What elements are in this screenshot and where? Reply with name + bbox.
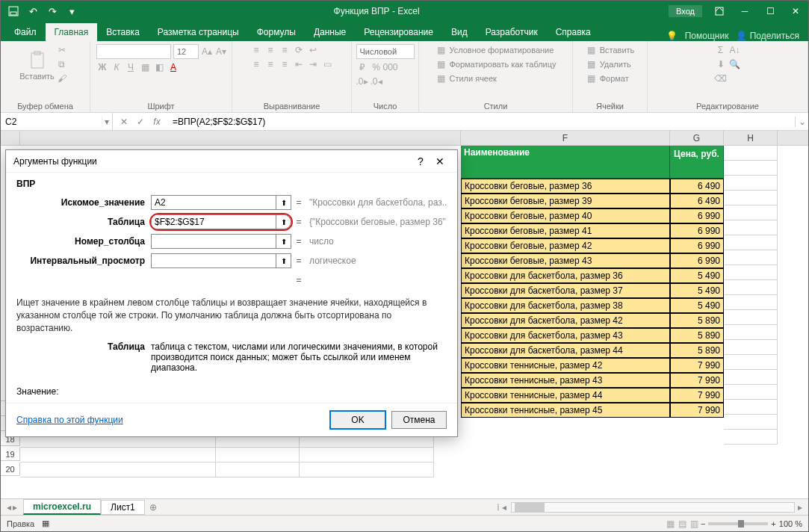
horizontal-scrollbar[interactable] xyxy=(511,502,795,513)
maximize-icon[interactable]: ☐ xyxy=(757,1,783,22)
arg-range-input[interactable] xyxy=(152,254,276,267)
align-mid-icon[interactable]: ≡ xyxy=(264,44,276,56)
redo-icon[interactable]: ↷ xyxy=(44,3,61,19)
cell-blank[interactable] xyxy=(20,448,216,463)
number-format[interactable]: Числовой xyxy=(356,44,415,59)
name-box-input[interactable] xyxy=(1,117,102,127)
cell-blank[interactable] xyxy=(724,146,778,161)
zoom-in-icon[interactable]: + xyxy=(771,519,775,528)
tab-review[interactable]: Рецензирование xyxy=(355,23,442,41)
tab-file[interactable]: Файл xyxy=(5,23,46,41)
select-all[interactable] xyxy=(1,131,20,145)
indent-dec-icon[interactable]: ⇤ xyxy=(293,58,305,70)
table-row-price[interactable]: 6 990 xyxy=(670,238,724,253)
zoom-out-icon[interactable]: − xyxy=(701,519,705,528)
conditional-format[interactable]: ▦Условное форматирование xyxy=(435,44,554,56)
comma-icon[interactable]: 000 xyxy=(385,61,397,73)
font-color-icon[interactable]: А xyxy=(167,61,179,73)
italic-icon[interactable]: К xyxy=(111,61,123,73)
sheet-tab-1[interactable]: microexcel.ru xyxy=(23,499,101,515)
tab-home[interactable]: Главная xyxy=(46,23,98,41)
autosum-icon[interactable]: Σ xyxy=(715,44,727,56)
name-box-dropdown-icon[interactable]: ▾ xyxy=(102,117,112,127)
view-layout-icon[interactable]: ▤ xyxy=(677,518,689,530)
table-row-name[interactable]: Кроссовки теннисные, размер 43 xyxy=(461,373,670,388)
table-row-name[interactable]: Кроссовки для баскетбола, размер 38 xyxy=(461,298,670,313)
cut-icon[interactable]: ✂ xyxy=(56,44,68,56)
currency-icon[interactable]: ₽ xyxy=(356,61,368,73)
cell-blank[interactable] xyxy=(724,176,778,191)
dialog-close-icon[interactable]: ✕ xyxy=(430,155,450,167)
cell-blank[interactable] xyxy=(724,295,778,310)
table-row-price[interactable]: 7 990 xyxy=(670,388,724,403)
decrease-font-icon[interactable]: A▾ xyxy=(215,46,227,58)
merge-icon[interactable]: ▭ xyxy=(321,58,333,70)
table-row-name[interactable]: Кроссовки беговые, размер 42 xyxy=(461,238,670,253)
save-icon[interactable] xyxy=(5,3,22,19)
table-row-name[interactable]: Кроссовки теннисные, размер 42 xyxy=(461,358,670,373)
cell-blank[interactable] xyxy=(724,340,778,355)
paste-button[interactable]: Вставить xyxy=(23,44,52,87)
header-price[interactable]: Цена, руб. xyxy=(670,146,724,179)
sheet-tab-2[interactable]: Лист1 xyxy=(101,500,145,515)
qat-more-icon[interactable]: ▾ xyxy=(63,3,80,19)
fill-icon[interactable]: ⬇ xyxy=(715,58,727,70)
close-icon[interactable]: ✕ xyxy=(783,1,808,22)
minimize-icon[interactable]: ─ xyxy=(732,1,757,22)
arg-table-input[interactable] xyxy=(152,215,276,229)
table-row-name[interactable]: Кроссовки беговые, размер 39 xyxy=(461,194,670,208)
share-button[interactable]: 👤 Поделиться xyxy=(736,31,799,41)
cell-styles[interactable]: ▦Стили ячеек xyxy=(435,72,496,84)
table-row-price[interactable]: 6 990 xyxy=(670,223,724,238)
fill-color-icon[interactable]: ◧ xyxy=(153,61,165,73)
align-right-icon[interactable]: ≡ xyxy=(279,58,291,70)
cancel-button[interactable]: Отмена xyxy=(391,411,447,429)
table-row-price[interactable]: 7 990 xyxy=(670,358,724,373)
table-row-price[interactable]: 7 990 xyxy=(670,373,724,388)
name-box[interactable]: ▾ xyxy=(1,113,113,130)
arg-col-input[interactable] xyxy=(152,235,276,248)
cell-blank[interactable] xyxy=(724,400,778,415)
header-name[interactable]: Наименование xyxy=(461,146,670,179)
cells-delete[interactable]: ▦Удалить xyxy=(586,58,631,70)
indent-inc-icon[interactable]: ⇥ xyxy=(307,58,319,70)
find-icon[interactable]: 🔍 xyxy=(729,58,741,70)
table-row-price[interactable]: 5 490 xyxy=(670,283,724,298)
orientation-icon[interactable]: ⟳ xyxy=(293,44,305,56)
cell-blank[interactable] xyxy=(724,415,778,430)
table-row-name[interactable]: Кроссовки беговые, размер 43 xyxy=(461,253,670,268)
wrap-icon[interactable]: ↩ xyxy=(307,44,319,56)
col-F[interactable]: F xyxy=(461,131,670,145)
cell-blank[interactable] xyxy=(724,325,778,340)
ok-button[interactable]: OK xyxy=(330,411,385,429)
macro-record-icon[interactable]: ▦ xyxy=(42,519,49,528)
align-top-icon[interactable]: ≡ xyxy=(250,44,262,56)
cell-blank[interactable] xyxy=(724,355,778,370)
cell-blank[interactable] xyxy=(216,463,300,477)
expand-formula-icon[interactable]: ⌄ xyxy=(795,117,808,127)
cell-blank[interactable] xyxy=(20,463,216,477)
row-head[interactable]: 20 xyxy=(1,463,20,476)
clear-icon[interactable]: ⌫ xyxy=(715,72,727,84)
cell-blank[interactable] xyxy=(724,430,778,445)
collapse-icon[interactable]: ⬆ xyxy=(276,254,291,267)
add-sheet-icon[interactable]: ⊕ xyxy=(145,502,161,513)
cell-blank[interactable] xyxy=(724,385,778,400)
table-row-name[interactable]: Кроссовки теннисные, размер 45 xyxy=(461,403,670,418)
cell-blank[interactable] xyxy=(724,250,778,265)
dec-decimal-icon[interactable]: .0◂ xyxy=(371,75,382,87)
align-left-icon[interactable]: ≡ xyxy=(250,58,262,70)
view-normal-icon[interactable]: ▦ xyxy=(665,518,677,530)
table-row-name[interactable]: Кроссовки для баскетбола, размер 42 xyxy=(461,313,670,328)
accept-formula-icon[interactable]: ✓ xyxy=(134,117,147,127)
percent-icon[interactable]: % xyxy=(371,61,382,73)
formula-input[interactable]: =ВПР(A2;$F$2:$G$17) xyxy=(168,117,795,127)
increase-font-icon[interactable]: A▴ xyxy=(201,46,213,58)
table-row-price[interactable]: 5 490 xyxy=(670,298,724,313)
cells-format[interactable]: ▦Формат xyxy=(586,72,629,84)
cell-blank[interactable] xyxy=(724,191,778,205)
table-row-price[interactable]: 6 990 xyxy=(670,253,724,268)
sheet-next-icon[interactable]: ▸ xyxy=(13,502,17,513)
table-row-price[interactable]: 6 990 xyxy=(670,208,724,223)
table-row-name[interactable]: Кроссовки для баскетбола, размер 37 xyxy=(461,283,670,298)
